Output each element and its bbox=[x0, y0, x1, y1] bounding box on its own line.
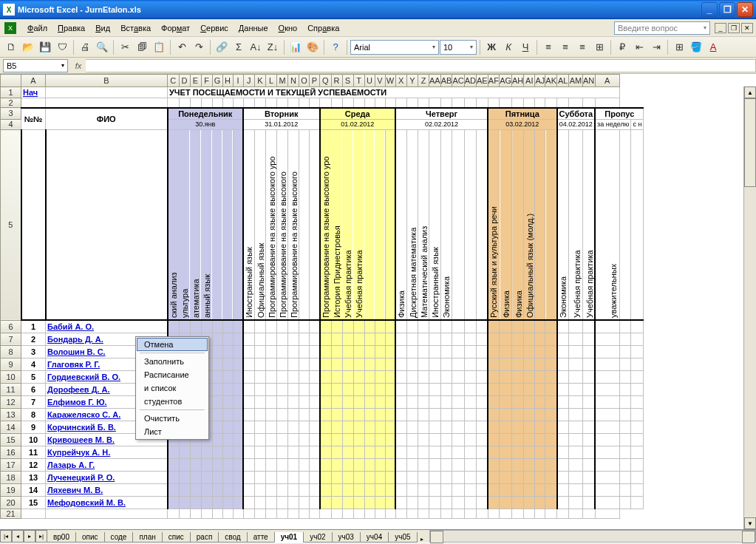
grade-cell[interactable] bbox=[395, 421, 407, 433]
grade-cell[interactable] bbox=[407, 395, 418, 408]
col-header-Y[interactable]: Y bbox=[407, 75, 418, 87]
sheet-tab-уч04[interactable]: уч04 bbox=[360, 532, 389, 543]
grade-cell[interactable] bbox=[557, 458, 569, 471]
indent-inc-button[interactable]: ⇥ bbox=[648, 39, 664, 55]
grade-cell[interactable] bbox=[266, 471, 277, 483]
doc-restore[interactable]: ❐ bbox=[728, 23, 740, 33]
col-header-F[interactable]: F bbox=[201, 75, 212, 87]
grade-cell[interactable] bbox=[535, 370, 545, 383]
grade-cell[interactable] bbox=[243, 471, 255, 483]
col-header-AL[interactable]: AL bbox=[557, 75, 569, 87]
grade-cell[interactable] bbox=[353, 370, 364, 383]
grade-cell[interactable] bbox=[299, 333, 310, 345]
grade-cell[interactable] bbox=[342, 333, 353, 345]
grade-cell[interactable] bbox=[364, 333, 375, 345]
grade-cell[interactable] bbox=[488, 358, 500, 370]
grade-cell[interactable] bbox=[395, 446, 407, 458]
menu-edit[interactable]: Правка bbox=[52, 21, 90, 35]
grade-cell[interactable] bbox=[452, 446, 464, 458]
borders-button[interactable]: ⊞ bbox=[671, 39, 687, 55]
grade-cell[interactable] bbox=[364, 483, 375, 496]
grade-cell[interactable] bbox=[299, 483, 310, 496]
grade-cell[interactable] bbox=[190, 496, 201, 509]
grade-cell[interactable] bbox=[299, 383, 310, 395]
grade-cell[interactable] bbox=[277, 370, 288, 383]
grade-cell[interactable] bbox=[364, 446, 375, 458]
grade-cell[interactable] bbox=[557, 333, 569, 345]
grade-cell[interactable] bbox=[331, 458, 342, 471]
grade-cell[interactable] bbox=[569, 345, 582, 358]
grade-cell[interactable] bbox=[407, 446, 418, 458]
grade-cell[interactable] bbox=[342, 345, 353, 358]
grade-cell[interactable] bbox=[488, 333, 500, 345]
grade-cell[interactable] bbox=[418, 446, 429, 458]
grade-cell[interactable] bbox=[310, 408, 320, 421]
grade-cell[interactable] bbox=[233, 370, 243, 383]
grade-cell[interactable] bbox=[320, 345, 332, 358]
grade-cell[interactable] bbox=[342, 496, 353, 509]
grade-cell[interactable] bbox=[582, 458, 595, 471]
grade-cell[interactable] bbox=[500, 458, 512, 471]
select-all-corner[interactable] bbox=[1, 75, 21, 87]
grade-cell[interactable] bbox=[179, 496, 190, 509]
grade-cell[interactable] bbox=[266, 446, 277, 458]
grade-cell[interactable] bbox=[233, 345, 243, 358]
grade-cell[interactable] bbox=[395, 358, 407, 370]
grade-cell[interactable] bbox=[233, 483, 243, 496]
grade-cell[interactable] bbox=[464, 458, 476, 471]
grade-cell[interactable] bbox=[288, 395, 299, 408]
app-icon[interactable]: X bbox=[4, 22, 16, 34]
grade-cell[interactable] bbox=[407, 370, 418, 383]
grade-cell[interactable] bbox=[569, 320, 582, 333]
grade-cell[interactable] bbox=[375, 421, 385, 433]
grade-cell[interactable] bbox=[288, 421, 299, 433]
grade-cell[interactable] bbox=[464, 395, 476, 408]
grade-cell[interactable] bbox=[233, 471, 243, 483]
col-header-R[interactable]: R bbox=[331, 75, 342, 87]
grade-cell[interactable] bbox=[212, 370, 222, 383]
grade-cell[interactable] bbox=[407, 320, 418, 333]
grade-cell[interactable] bbox=[464, 471, 476, 483]
grade-cell[interactable] bbox=[385, 333, 395, 345]
grade-cell[interactable] bbox=[440, 395, 452, 408]
grade-cell[interactable] bbox=[545, 496, 557, 509]
row-header-11[interactable]: 11 bbox=[1, 383, 21, 395]
grade-cell[interactable] bbox=[395, 408, 407, 421]
grade-cell[interactable] bbox=[222, 458, 233, 471]
grade-cell[interactable] bbox=[395, 471, 407, 483]
row-header-8[interactable]: 8 bbox=[1, 345, 21, 358]
grade-cell[interactable] bbox=[179, 483, 190, 496]
grade-cell[interactable] bbox=[557, 345, 569, 358]
grade-cell[interactable] bbox=[569, 471, 582, 483]
grade-cell[interactable] bbox=[557, 421, 569, 433]
grade-cell[interactable] bbox=[545, 370, 557, 383]
grade-cell[interactable] bbox=[385, 421, 395, 433]
grade-cell[interactable] bbox=[569, 446, 582, 458]
grade-cell[interactable] bbox=[500, 370, 512, 383]
grade-cell[interactable] bbox=[288, 333, 299, 345]
col-header-P[interactable]: P bbox=[310, 75, 320, 87]
formula-input[interactable] bbox=[86, 59, 756, 72]
col-header-AC[interactable]: AC bbox=[452, 75, 464, 87]
grade-cell[interactable] bbox=[524, 496, 535, 509]
grade-cell[interactable] bbox=[488, 421, 500, 433]
open-button[interactable]: 📂 bbox=[20, 39, 36, 55]
student-name-14[interactable]: Мефодовский М. В. bbox=[46, 496, 168, 509]
grade-cell[interactable] bbox=[255, 483, 266, 496]
doc-minimize[interactable]: _ bbox=[715, 23, 726, 33]
grade-cell[interactable] bbox=[212, 421, 222, 433]
grade-cell[interactable] bbox=[464, 433, 476, 446]
row-header-20[interactable]: 20 bbox=[1, 496, 21, 509]
grade-cell[interactable] bbox=[320, 458, 332, 471]
grade-cell[interactable] bbox=[353, 483, 364, 496]
grade-cell[interactable] bbox=[429, 471, 441, 483]
horizontal-scrollbar[interactable] bbox=[429, 530, 756, 543]
grade-cell[interactable] bbox=[557, 433, 569, 446]
grade-cell[interactable] bbox=[476, 483, 488, 496]
menu-help[interactable]: Справка bbox=[302, 21, 344, 35]
grade-cell[interactable] bbox=[476, 421, 488, 433]
col-header-T[interactable]: T bbox=[353, 75, 364, 87]
menu-insert[interactable]: Вставка bbox=[115, 21, 156, 35]
grade-cell[interactable] bbox=[476, 370, 488, 383]
grade-cell[interactable] bbox=[545, 458, 557, 471]
